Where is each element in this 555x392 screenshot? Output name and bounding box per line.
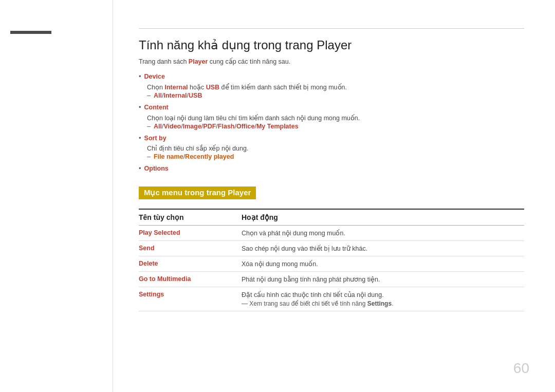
row-action-settings: Đặt cấu hình các thuộc tính chi tiết của… [242, 287, 524, 311]
bullet-desc-content: Chọn loại nội dung làm tiêu chí tìm kiếm… [147, 114, 524, 122]
section-heading: Mục menu trong trang Player [139, 186, 256, 199]
table-row-send: Send Sao chép nội dung vào thiết bị lưu … [139, 241, 524, 256]
bullet-dot: • [139, 71, 141, 82]
row-label-play-selected: Play Selected [139, 229, 180, 236]
row-action-send: Sao chép nội dung vào thiết bị lưu trữ k… [242, 241, 524, 256]
row-label-goto-multimedia: Go to Multimedia [139, 275, 191, 283]
bullet-label-options: Options [144, 163, 169, 174]
page-title: Tính năng khả dụng trong trang Player [139, 38, 524, 52]
sidebar-accent [10, 31, 51, 34]
intro-text: Trang danh sách Player cung cấp các tính… [139, 58, 524, 65]
col-header-action: Hoạt động [242, 209, 524, 226]
row-action-delete: Xóa nội dung mong muốn. [242, 256, 524, 272]
settings-note: ― Xem trang sau để biết chi tiết về tính… [242, 300, 524, 307]
table-row-play-selected: Play Selected Chọn và phát nội dung mong… [139, 226, 524, 241]
bullet-sortby: • Sort by Chỉ định tiêu chí sắp xếp nội … [139, 133, 524, 161]
page-container: Tính năng khả dụng trong trang Player Tr… [0, 0, 555, 392]
row-label-delete: Delete [139, 260, 158, 267]
table-row-settings: Settings Đặt cấu hình các thuộc tính chi… [139, 287, 524, 311]
bullet-label-content: Content [144, 102, 169, 113]
table-header: Tên tùy chọn Hoạt động [139, 209, 524, 226]
left-sidebar [0, 0, 113, 392]
bullet-content: • Content Chọn loại nội dung làm tiêu ch… [139, 102, 524, 130]
dash-device: – All / Internal / USB [147, 92, 524, 99]
menu-table: Tên tùy chọn Hoạt động Play Selected Chọ… [139, 209, 524, 311]
bullet-label-sortby: Sort by [144, 133, 166, 143]
bullet-desc-sortby: Chỉ định tiêu chí sắp xếp nội dung. [147, 144, 524, 152]
dash-sortby: – File name / Recently played [147, 153, 524, 160]
bullet-dot-2: • [139, 102, 141, 113]
top-divider [139, 28, 524, 29]
dash-content: – All / Video / Image / PDF / Flash / Of… [147, 123, 524, 130]
row-label-settings: Settings [139, 291, 164, 298]
row-action-goto-multimedia: Phát nội dung bằng tính năng phát phương… [242, 272, 524, 287]
bullet-dot-3: • [139, 133, 141, 144]
main-content: Tính năng khả dụng trong trang Player Tr… [113, 0, 555, 392]
bullet-desc-device: Chọn Internal hoặc USB để tìm kiếm danh … [147, 83, 524, 91]
bullet-label-device: Device [144, 71, 165, 82]
row-action-play-selected: Chọn và phát nội dung mong muốn. [242, 226, 524, 241]
table-row-goto-multimedia: Go to Multimedia Phát nội dung bằng tính… [139, 272, 524, 287]
bullet-options: • Options [139, 163, 524, 174]
row-label-send: Send [139, 245, 155, 252]
bullet-device: • Device Chọn Internal hoặc USB để tìm k… [139, 71, 524, 99]
col-header-name: Tên tùy chọn [139, 209, 242, 226]
page-number: 60 [513, 360, 529, 377]
bullet-dot-4: • [139, 163, 141, 174]
table-row-delete: Delete Xóa nội dung mong muốn. [139, 256, 524, 272]
